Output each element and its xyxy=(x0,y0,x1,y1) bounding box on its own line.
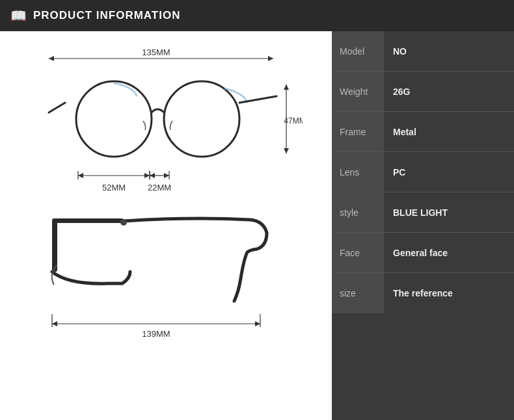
svg-rect-25 xyxy=(52,218,124,223)
svg-marker-1 xyxy=(49,56,54,61)
svg-text:52MM: 52MM xyxy=(102,183,126,192)
svg-text:22MM: 22MM xyxy=(148,183,171,192)
spec-row: ModelNO xyxy=(332,31,514,72)
spec-row: Weight26G xyxy=(332,72,514,112)
product-diagram: 135MM 47MM xyxy=(29,44,303,389)
svg-marker-31 xyxy=(255,321,260,326)
spec-label-weight: Weight xyxy=(332,72,384,111)
specs-panel: ModelNOWeight26GFrameMetalLensPCstyleBLU… xyxy=(332,31,514,420)
svg-rect-24 xyxy=(52,220,57,272)
spec-value-weight: 26G xyxy=(384,72,514,111)
svg-marker-9 xyxy=(284,85,289,90)
svg-marker-15 xyxy=(78,173,83,178)
diagram-panel: 135MM 47MM xyxy=(0,31,332,420)
svg-point-5 xyxy=(76,81,152,157)
svg-point-26 xyxy=(120,219,127,226)
spec-label-style: style xyxy=(332,192,384,232)
main-content: 135MM 47MM xyxy=(0,31,514,420)
spec-value-face: General face xyxy=(384,233,514,272)
svg-marker-10 xyxy=(284,148,289,153)
svg-marker-2 xyxy=(268,56,273,61)
header-icon: 📖 xyxy=(10,8,27,23)
spec-label-model: Model xyxy=(332,31,384,71)
spec-label-size: size xyxy=(332,273,384,313)
svg-marker-30 xyxy=(52,321,57,326)
spec-row: sizeThe reference xyxy=(332,273,514,313)
spec-row: styleBLUE LIGHT xyxy=(332,192,514,233)
spec-value-model: NO xyxy=(384,31,514,71)
spec-label-face: Face xyxy=(332,233,384,272)
svg-marker-22 xyxy=(164,173,169,178)
page-title: PRODUCT INFORMATION xyxy=(33,9,180,22)
spec-label-frame: Frame xyxy=(332,112,384,151)
svg-line-4 xyxy=(49,103,65,112)
page-header: 📖 PRODUCT INFORMATION xyxy=(0,0,514,31)
spec-value-frame: Metal xyxy=(384,112,514,151)
spec-value-size: The reference xyxy=(384,273,514,313)
svg-text:135MM: 135MM xyxy=(142,47,170,57)
spec-value-lens: PC xyxy=(384,152,514,192)
spec-label-lens: Lens xyxy=(332,152,384,192)
spec-value-style: BLUE LIGHT xyxy=(384,192,514,232)
svg-marker-16 xyxy=(144,173,150,178)
svg-point-6 xyxy=(164,81,239,157)
svg-text:139MM: 139MM xyxy=(142,329,170,339)
svg-marker-21 xyxy=(150,173,155,178)
svg-text:47MM: 47MM xyxy=(284,116,303,125)
spec-row: FaceGeneral face xyxy=(332,233,514,273)
spec-row: LensPC xyxy=(332,152,514,192)
spec-row: FrameMetal xyxy=(332,112,514,152)
